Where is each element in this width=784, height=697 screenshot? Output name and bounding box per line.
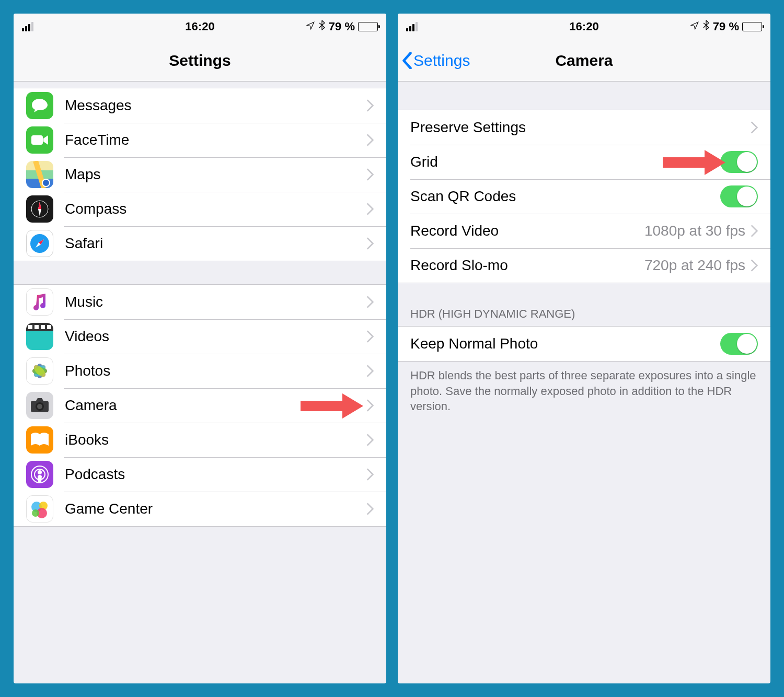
- row-gamecenter[interactable]: Game Center: [14, 492, 386, 526]
- photos-icon: [26, 357, 53, 385]
- status-bar: 16:20 79 %: [398, 14, 770, 40]
- svg-point-1: [42, 179, 50, 187]
- row-ibooks[interactable]: iBooks: [14, 423, 386, 457]
- svg-rect-7: [41, 325, 45, 329]
- page-title: Settings: [169, 52, 230, 69]
- svg-rect-8: [47, 325, 51, 329]
- row-podcasts[interactable]: Podcasts: [14, 457, 386, 492]
- row-maps[interactable]: Maps: [14, 157, 386, 192]
- camera-icon: [26, 392, 53, 419]
- svg-rect-6: [34, 325, 39, 329]
- svg-point-26: [32, 509, 39, 517]
- status-bar: 16:20 79 %: [14, 14, 386, 40]
- row-messages[interactable]: Messages: [14, 88, 386, 123]
- facetime-icon: [26, 126, 53, 154]
- back-label: Settings: [413, 52, 470, 69]
- bluetooth-icon: [318, 20, 326, 33]
- row-label: Keep Normal Photo: [410, 335, 720, 352]
- row-label: Podcasts: [65, 466, 366, 483]
- chevron-right-icon: [366, 399, 374, 412]
- gamecenter-icon: [26, 495, 53, 522]
- battery-icon: [358, 22, 378, 31]
- signal-icon: [22, 22, 33, 31]
- row-label: Compass: [65, 201, 366, 217]
- row-compass[interactable]: Compass: [14, 192, 386, 226]
- chevron-right-icon: [366, 134, 374, 146]
- row-grid[interactable]: Grid: [398, 145, 770, 179]
- scan-qr-toggle[interactable]: [720, 185, 758, 207]
- row-label: Maps: [65, 166, 366, 183]
- chevron-right-icon: [366, 203, 374, 215]
- settings-group-2: Music Videos Photos Camera: [14, 284, 386, 527]
- grid-toggle[interactable]: [720, 151, 758, 173]
- row-label: Game Center: [65, 501, 366, 517]
- chevron-right-icon: [366, 503, 374, 515]
- row-label: Record Slo-mo: [410, 257, 644, 274]
- music-icon: [26, 288, 53, 316]
- podcasts-icon: [26, 461, 53, 488]
- settings-screen: 16:20 79 % Settings Messages FaceTime: [14, 14, 386, 683]
- row-label: FaceTime: [65, 132, 366, 148]
- chevron-right-icon: [751, 121, 758, 134]
- chevron-right-icon: [366, 468, 374, 481]
- row-label: Music: [65, 294, 366, 310]
- signal-icon: [406, 22, 418, 31]
- keep-normal-toggle[interactable]: [720, 333, 758, 355]
- svg-point-19: [37, 404, 42, 409]
- battery-text: 79 %: [329, 20, 355, 33]
- row-label: Camera: [65, 397, 366, 414]
- battery-icon: [742, 22, 762, 31]
- svg-point-22: [38, 470, 42, 474]
- row-label: Record Video: [410, 223, 644, 239]
- settings-group-1: Messages FaceTime Maps Compass Safari: [14, 88, 386, 261]
- camera-settings-screen: 16:20 79 % Settings Camera Preserve Sett…: [398, 14, 770, 683]
- location-icon: [690, 20, 699, 33]
- row-record-video[interactable]: Record Video 1080p at 30 fps: [398, 214, 770, 248]
- ibooks-icon: [26, 426, 53, 454]
- row-photos[interactable]: Photos: [14, 354, 386, 388]
- chevron-right-icon: [366, 330, 374, 343]
- compass-icon: [26, 195, 53, 223]
- chevron-right-icon: [366, 168, 374, 181]
- section-footer-hdr: HDR blends the best parts of three separ…: [398, 362, 770, 423]
- row-videos[interactable]: Videos: [14, 319, 386, 354]
- row-facetime[interactable]: FaceTime: [14, 123, 386, 157]
- row-label: Safari: [65, 235, 366, 252]
- row-label: Videos: [65, 328, 366, 345]
- camera-group-hdr: Keep Normal Photo: [398, 326, 770, 362]
- row-record-slomo[interactable]: Record Slo-mo 720p at 240 fps: [398, 248, 770, 283]
- videos-icon: [26, 323, 53, 350]
- svg-rect-0: [31, 135, 43, 145]
- chevron-right-icon: [366, 365, 374, 377]
- nav-bar: Settings: [14, 40, 386, 82]
- row-label: Scan QR Codes: [410, 188, 720, 205]
- location-icon: [306, 20, 315, 33]
- chevron-right-icon: [366, 434, 374, 446]
- chevron-right-icon: [751, 225, 758, 237]
- row-label: Grid: [410, 154, 720, 170]
- row-keep-normal-photo[interactable]: Keep Normal Photo: [398, 327, 770, 361]
- row-label: Preserve Settings: [410, 119, 751, 136]
- chevron-right-icon: [751, 259, 758, 272]
- bluetooth-icon: [702, 20, 710, 33]
- row-label: Photos: [65, 363, 366, 379]
- chevron-right-icon: [366, 99, 374, 112]
- row-value: 1080p at 30 fps: [644, 223, 745, 239]
- back-button[interactable]: Settings: [402, 52, 470, 69]
- row-label: iBooks: [65, 432, 366, 448]
- row-label: Messages: [65, 97, 366, 114]
- row-music[interactable]: Music: [14, 285, 386, 319]
- nav-bar: Settings Camera: [398, 40, 770, 82]
- messages-icon: [26, 92, 53, 119]
- row-camera[interactable]: Camera: [14, 388, 386, 423]
- safari-icon: [26, 230, 53, 257]
- svg-rect-5: [28, 325, 32, 329]
- chevron-right-icon: [366, 237, 374, 250]
- row-preserve-settings[interactable]: Preserve Settings: [398, 110, 770, 145]
- section-header-hdr: HDR (High Dynamic Range): [398, 299, 770, 326]
- row-value: 720p at 240 fps: [644, 257, 745, 274]
- chevron-right-icon: [366, 296, 374, 308]
- maps-icon: [26, 161, 53, 188]
- row-scan-qr[interactable]: Scan QR Codes: [398, 179, 770, 214]
- row-safari[interactable]: Safari: [14, 226, 386, 261]
